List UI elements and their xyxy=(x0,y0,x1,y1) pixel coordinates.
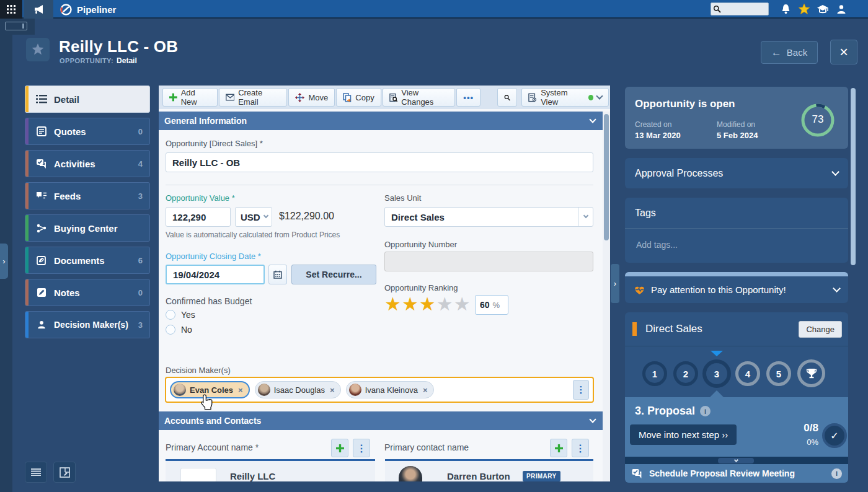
edit-layout-button[interactable] xyxy=(53,462,76,483)
sidebar-item-documents[interactable]: Documents 6 xyxy=(25,247,150,274)
right-panel-expander[interactable]: › xyxy=(611,264,619,303)
step-3-current[interactable]: 3 xyxy=(702,359,731,388)
pipeliner-logo-icon xyxy=(60,3,73,16)
ranking-star-icon[interactable]: ★ xyxy=(419,294,436,314)
search-icon xyxy=(504,93,510,102)
create-email-button[interactable]: Create Email xyxy=(219,88,288,107)
hamburger-icon xyxy=(31,468,41,476)
step-1[interactable]: 1 xyxy=(642,361,667,386)
section-general-information[interactable]: General Information xyxy=(159,112,603,130)
budget-yes-radio[interactable]: Yes xyxy=(166,310,195,320)
info-icon[interactable]: i xyxy=(700,406,711,416)
decision-makers-field[interactable]: Evan Coles × Isaac Douglas × Ivana Klein… xyxy=(165,377,594,403)
collapse-handle[interactable] xyxy=(718,458,754,463)
close-button[interactable]: × xyxy=(830,40,857,64)
global-search-input[interactable] xyxy=(711,2,769,15)
section-accounts-contacts[interactable]: Accounts and Contacts xyxy=(159,411,603,430)
move-button[interactable]: Move xyxy=(288,88,335,107)
ranking-stars[interactable]: ★★★★★ xyxy=(384,294,471,314)
ranking-star-icon[interactable]: ★ xyxy=(384,294,401,314)
approval-processes-card[interactable]: Approval Processes xyxy=(625,158,848,188)
step-task-row[interactable]: Schedule Proposal Review Meeting i xyxy=(625,464,848,483)
closing-date-input[interactable]: 19/04/2024 xyxy=(166,265,265,284)
step-notch xyxy=(710,390,724,397)
add-tags-input[interactable]: Add tags... xyxy=(636,240,678,250)
sidebar-item-decision-makers[interactable]: Decision Maker(s) 3 xyxy=(25,311,150,338)
step-complete-check[interactable]: ✓ xyxy=(822,423,847,448)
decision-maker-chip[interactable]: Ivana Kleinova × xyxy=(346,381,434,398)
step-5[interactable]: 5 xyxy=(766,361,791,386)
add-contact-button[interactable] xyxy=(550,439,567,457)
add-new-button[interactable]: Add New xyxy=(162,88,218,107)
account-menu-button[interactable]: ⋮ xyxy=(353,439,370,457)
info-icon[interactable]: i xyxy=(831,468,842,479)
view-changes-button[interactable]: View Changes xyxy=(383,88,456,107)
decision-maker-chip[interactable]: Isaac Douglas × xyxy=(255,381,341,398)
remove-chip-icon[interactable]: × xyxy=(423,385,428,395)
attention-card[interactable]: Pay attention to this Opportunity! xyxy=(625,272,848,303)
set-recurrence-button[interactable]: Set Recurre... xyxy=(291,265,376,284)
topbar-actions xyxy=(776,0,851,19)
collapse-bar[interactable] xyxy=(625,457,848,464)
heart-pulse-icon xyxy=(634,284,645,295)
created-value: 13 Mar 2020 xyxy=(635,131,681,140)
chevron-down-icon xyxy=(733,457,738,462)
chip-menu-button[interactable]: ⋮ xyxy=(573,380,589,400)
app-grid-button[interactable] xyxy=(0,0,22,19)
sidebar-item-activities[interactable]: Activities 4 xyxy=(25,150,150,177)
sidebar-item-quotes[interactable]: Quotes 0 xyxy=(25,118,150,145)
brand[interactable]: Pipeliner xyxy=(60,0,116,19)
remove-chip-icon[interactable]: × xyxy=(238,385,243,395)
main-scrollbar-thumb[interactable] xyxy=(604,114,609,240)
move-next-step-button[interactable]: Move into next step ›› xyxy=(630,424,737,445)
primary-contact-label: Primary contact name xyxy=(384,442,469,452)
search-icon xyxy=(713,5,721,13)
collapse-panel-icon[interactable] xyxy=(5,22,27,30)
contact-menu-button[interactable]: ⋮ xyxy=(572,439,589,457)
step-won[interactable] xyxy=(797,359,825,387)
calendar-button[interactable] xyxy=(268,265,287,284)
ranking-star-icon[interactable]: ★ xyxy=(402,294,418,314)
tab-stripe xyxy=(25,247,29,273)
step-2[interactable]: 2 xyxy=(673,361,698,386)
sidebar-item-feeds[interactable]: Feeds 3 xyxy=(25,182,150,209)
favorites-button[interactable] xyxy=(795,0,813,19)
ranking-star-icon[interactable]: ★ xyxy=(454,294,471,314)
sidebar-item-detail[interactable]: Detail xyxy=(25,86,150,113)
favorite-opportunity-button[interactable] xyxy=(26,38,50,61)
menu-list-button[interactable] xyxy=(25,462,47,483)
currency-select[interactable]: USD xyxy=(235,207,272,227)
chevron-down-icon xyxy=(831,168,839,176)
change-pipeline-button[interactable]: Change xyxy=(799,321,842,338)
avatar xyxy=(349,384,361,396)
copy-button[interactable]: Copy xyxy=(336,88,381,107)
primary-account-card[interactable]: Reilly LLC xyxy=(166,459,375,481)
contact-name: Darren Burton xyxy=(447,471,510,481)
status-title: Opportunity is open xyxy=(635,98,735,110)
more-actions-button[interactable]: ••• xyxy=(456,88,480,107)
add-account-button[interactable] xyxy=(331,439,348,457)
opportunity-value-input[interactable]: 122,290 xyxy=(166,207,231,227)
right-scrollbar-thumb[interactable] xyxy=(851,88,856,265)
academy-button[interactable] xyxy=(813,0,832,19)
notifications-button[interactable] xyxy=(776,0,795,19)
sales-unit-select[interactable]: Direct Sales xyxy=(384,207,593,227)
step-4[interactable]: 4 xyxy=(735,361,760,386)
profile-button[interactable] xyxy=(832,0,851,19)
radio-icon xyxy=(166,325,175,335)
primary-contact-card[interactable]: Darren Burton PRIMARY xyxy=(385,459,593,481)
budget-no-radio[interactable]: No xyxy=(166,325,192,335)
opportunity-name-input[interactable]: Reilly LLC - OB xyxy=(166,152,593,172)
remove-chip-icon[interactable]: × xyxy=(330,385,335,395)
left-expander[interactable]: › xyxy=(0,244,8,279)
system-view-dropdown[interactable]: System View xyxy=(521,88,609,107)
sidebar-item-notes[interactable]: Notes 0 xyxy=(25,279,150,306)
ranking-star-icon[interactable]: ★ xyxy=(436,294,453,314)
avatar xyxy=(174,384,186,396)
announcements-button[interactable] xyxy=(24,0,53,19)
sidebar-item-buying-center[interactable]: Buying Center xyxy=(25,214,150,242)
main-panel: Add New Create Email Move Copy View Chan… xyxy=(159,86,610,481)
ranking-percent-input[interactable]: 60 % xyxy=(475,295,508,315)
toolbar-search-button[interactable] xyxy=(497,88,517,107)
back-button[interactable]: ← Back xyxy=(761,41,818,64)
